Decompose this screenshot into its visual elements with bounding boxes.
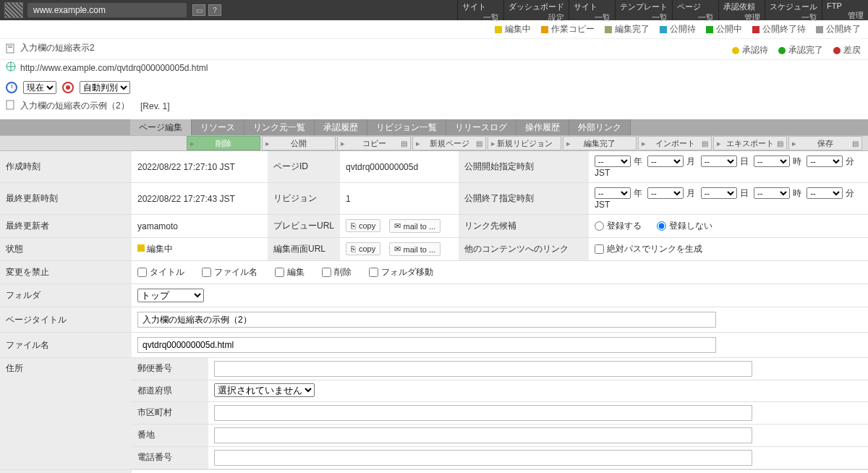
lock-opt[interactable]: タイトル xyxy=(137,266,184,278)
pub-end-min[interactable]: -- xyxy=(807,187,843,199)
nav-tab[interactable]: ページ一覧 xyxy=(672,0,718,20)
pub-start-year[interactable]: -- xyxy=(595,155,631,167)
status-item: 公開終了 xyxy=(816,23,861,35)
tab-0[interactable]: ページ編集 xyxy=(130,119,192,135)
toolbar-公開[interactable]: ▸公開 xyxy=(262,136,336,150)
pub-start-min[interactable]: -- xyxy=(807,155,843,167)
address-pref-select[interactable]: 選択されていません xyxy=(214,383,315,397)
editurl-mailto-button[interactable]: ✉mail to ... xyxy=(389,242,441,256)
tab-3[interactable]: 承認履歴 xyxy=(315,119,367,135)
filename-label: ファイル名 xyxy=(0,333,132,358)
top-tool-icons: ▭ ? xyxy=(192,4,221,16)
status-item: 承認完了 xyxy=(778,44,823,56)
status-item: 承認待 xyxy=(732,44,768,56)
editurl-copy-button[interactable]: ⎘copy xyxy=(346,242,380,255)
status-item: 公開中 xyxy=(706,23,742,35)
revision-number: [Rev. 1] xyxy=(140,101,169,111)
copy-icon: ⎘ xyxy=(351,221,356,230)
edit-url-actions: ⎘copy ✉mail to ... xyxy=(340,238,459,261)
filename-input[interactable] xyxy=(137,337,716,353)
time-select[interactable]: 現在 xyxy=(23,81,56,94)
tab-5[interactable]: リリースログ xyxy=(446,119,516,135)
nav-tab[interactable]: スケジュール一覧 xyxy=(765,0,822,20)
status-item: 編集中 xyxy=(495,23,531,35)
mode-select[interactable]: 自動判別 xyxy=(80,81,130,94)
action-toolbar: ▸削除▸公開▸コピー▤▸新規ページ▤▸新規リビジョン▸編集完了▸インポート▤▸エ… xyxy=(0,135,868,151)
pub-start-day[interactable]: -- xyxy=(701,155,737,167)
pub-start-hour[interactable]: -- xyxy=(754,155,790,167)
page-url-row: http://www.example.com/qvtdrq000000005d.… xyxy=(0,60,868,78)
toolbar-削除[interactable]: ▸削除 xyxy=(187,136,260,150)
mail-icon: ✉ xyxy=(394,244,401,254)
preview-copy-button[interactable]: ⎘copy xyxy=(346,219,380,232)
nav-tab[interactable]: サイト一覧 xyxy=(457,0,503,20)
other-link-value: 絶対パスでリンクを生成 xyxy=(589,238,868,261)
address-city-label: 市区町村 xyxy=(132,402,208,424)
pub-end-year[interactable]: -- xyxy=(595,187,631,199)
toolbar-インポート[interactable]: ▸インポート▤ xyxy=(638,136,712,150)
nav-tab[interactable]: FTP管理 xyxy=(822,0,868,20)
updated-label: 最終更新時刻 xyxy=(0,183,132,215)
time-mode-row: 現在 自動判別 xyxy=(0,78,868,97)
title-input[interactable] xyxy=(137,312,716,328)
toolbar-新規リビジョン[interactable]: ▸新規リビジョン xyxy=(488,136,561,150)
pub-end-day[interactable]: -- xyxy=(701,187,737,199)
address-postal-input[interactable] xyxy=(214,361,752,377)
filename-value xyxy=(132,333,868,358)
register-no[interactable]: 登録しない xyxy=(657,220,712,232)
created-value: 2022/08/22 17:27:10 JST xyxy=(132,151,268,183)
abs-path-check[interactable]: 絶対パスでリンクを生成 xyxy=(595,243,702,255)
address-street-input[interactable] xyxy=(214,427,752,443)
state-value: 編集中 xyxy=(132,238,268,261)
address-row-phone: 電話番号 xyxy=(132,447,868,469)
tab-6[interactable]: 操作履歴 xyxy=(516,119,569,135)
svg-rect-4 xyxy=(7,101,14,109)
tab-2[interactable]: リンク元一覧 xyxy=(244,119,315,135)
nav-tab[interactable]: ダッシュボード設定 xyxy=(503,0,569,20)
updater-label: 最終更新者 xyxy=(0,215,132,238)
layout-icon[interactable]: ▭ xyxy=(192,4,205,16)
tab-1[interactable]: リソース xyxy=(192,119,244,135)
address-phone-input[interactable] xyxy=(214,450,752,466)
folder-label: フォルダ xyxy=(0,284,132,307)
address-city-input[interactable] xyxy=(214,405,752,421)
lock-opt[interactable]: ファイル名 xyxy=(202,266,258,278)
register-yes[interactable]: 登録する xyxy=(595,220,642,232)
edit-url-label: 編集画面URL xyxy=(268,238,340,261)
pub-end-month[interactable]: -- xyxy=(647,187,684,199)
other-link-label: 他のコンテンツへのリンク xyxy=(459,238,589,261)
updated-value: 2022/08/22 17:27:43 JST xyxy=(132,183,268,215)
birthday-table: 生年月日 xyxy=(0,470,868,473)
page-icon xyxy=(6,43,16,54)
lock-opt[interactable]: 削除 xyxy=(322,266,352,278)
toolbar-新規ページ[interactable]: ▸新規ページ▤ xyxy=(412,136,486,150)
lock-opt[interactable]: フォルダ移動 xyxy=(369,266,433,278)
address-row-pref: 都道府県選択されていません xyxy=(132,380,868,402)
toolbar-コピー[interactable]: ▸コピー▤ xyxy=(337,136,411,150)
status-legend-2: 承認待承認完了差戻 xyxy=(0,41,868,60)
toolbar-編集完了[interactable]: ▸編集完了 xyxy=(563,136,637,150)
toolbar-保存[interactable]: ▸保存▤ xyxy=(788,136,862,150)
folder-value: トップ xyxy=(132,284,868,307)
address-block: 郵便番号都道府県選択されていません市区町村番地電話番号 xyxy=(132,358,868,470)
preview-mailto-button[interactable]: ✉mail to ... xyxy=(389,219,441,233)
state-label: 状態 xyxy=(0,238,132,261)
address-row-postal: 郵便番号 xyxy=(132,358,868,380)
status-item: 公開待 xyxy=(660,23,696,35)
nav-tab[interactable]: サイト一覧 xyxy=(569,0,615,20)
nav-tab[interactable]: 承認依頼管理 xyxy=(718,0,765,20)
pub-start-month[interactable]: -- xyxy=(647,155,684,167)
tab-4[interactable]: リビジョン一覧 xyxy=(367,119,446,135)
app-logo-icon xyxy=(4,2,23,18)
top-nav: サイト一覧ダッシュボード設定サイト一覧テンプレート一覧ページ一覧承認依頼管理スケ… xyxy=(457,0,868,20)
tab-7[interactable]: 外部リンク xyxy=(569,119,631,135)
pub-end-hour[interactable]: -- xyxy=(754,187,790,199)
toolbar-エキスポート[interactable]: ▸エキスポート▤ xyxy=(713,136,787,150)
nav-tab[interactable]: テンプレート一覧 xyxy=(615,0,672,20)
help-icon[interactable]: ? xyxy=(208,4,221,16)
svg-rect-2 xyxy=(8,47,12,48)
folder-select[interactable]: トップ xyxy=(137,289,204,302)
birthday-value xyxy=(132,470,868,473)
lock-opt[interactable]: 編集 xyxy=(275,266,305,278)
address-row-street: 番地 xyxy=(132,425,868,447)
